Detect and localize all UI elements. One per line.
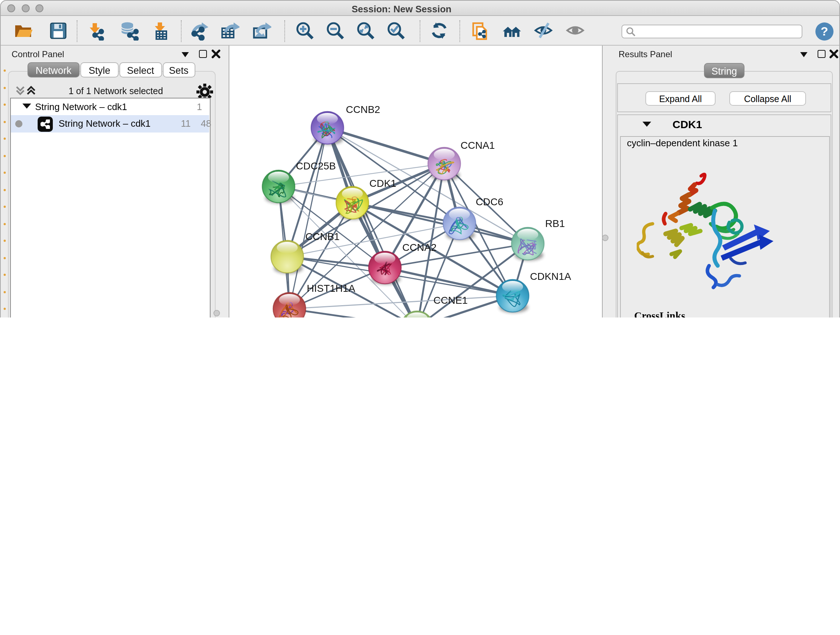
svg-text:CDC25B: CDC25B [296, 160, 336, 172]
svg-text:CCNA2: CCNA2 [402, 242, 437, 253]
svg-text:CCNB2: CCNB2 [346, 104, 380, 115]
svg-text:CDC6: CDC6 [476, 196, 503, 207]
svg-text:CDK1: CDK1 [369, 178, 396, 189]
svg-text:CCNB1: CCNB1 [305, 231, 340, 242]
svg-text:RB1: RB1 [545, 218, 565, 229]
svg-text:CCNA1: CCNA1 [461, 140, 495, 151]
svg-text:CDKN1A: CDKN1A [530, 271, 571, 282]
svg-text:CCNE1: CCNE1 [433, 295, 468, 306]
svg-text:HIST1H1A: HIST1H1A [307, 283, 355, 294]
